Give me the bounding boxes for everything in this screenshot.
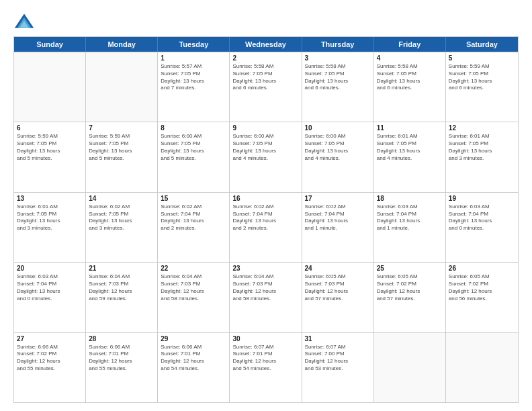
page: SundayMondayTuesdayWednesdayThursdayFrid… bbox=[0, 0, 532, 411]
day-info: Sunrise: 5:58 AM Sunset: 7:05 PM Dayligh… bbox=[232, 63, 298, 92]
calendar-cell-day-21: 21Sunrise: 6:04 AM Sunset: 7:03 PM Dayli… bbox=[86, 263, 158, 332]
day-info: Sunrise: 6:05 AM Sunset: 7:03 PM Dayligh… bbox=[305, 273, 371, 302]
calendar-cell-day-18: 18Sunrise: 6:03 AM Sunset: 7:04 PM Dayli… bbox=[374, 193, 446, 262]
day-info: Sunrise: 6:03 AM Sunset: 7:04 PM Dayligh… bbox=[377, 203, 443, 232]
calendar-row-3: 13Sunrise: 6:01 AM Sunset: 7:05 PM Dayli… bbox=[14, 192, 518, 262]
day-number: 16 bbox=[232, 195, 298, 202]
calendar: SundayMondayTuesdayWednesdayThursdayFrid… bbox=[13, 36, 519, 403]
day-number: 4 bbox=[377, 54, 443, 62]
day-info: Sunrise: 6:03 AM Sunset: 7:04 PM Dayligh… bbox=[17, 273, 83, 302]
calendar-cell-day-30: 30Sunrise: 6:07 AM Sunset: 7:01 PM Dayli… bbox=[230, 333, 302, 402]
day-info: Sunrise: 5:59 AM Sunset: 7:05 PM Dayligh… bbox=[89, 133, 154, 162]
calendar-cell-day-20: 20Sunrise: 6:03 AM Sunset: 7:04 PM Dayli… bbox=[14, 263, 86, 332]
day-info: Sunrise: 6:00 AM Sunset: 7:05 PM Dayligh… bbox=[161, 133, 226, 162]
day-number: 13 bbox=[17, 195, 83, 202]
day-info: Sunrise: 6:06 AM Sunset: 7:01 PM Dayligh… bbox=[161, 344, 226, 373]
calendar-cell-day-26: 26Sunrise: 6:05 AM Sunset: 7:02 PM Dayli… bbox=[446, 263, 518, 332]
calendar-cell-day-25: 25Sunrise: 6:05 AM Sunset: 7:02 PM Dayli… bbox=[374, 263, 446, 332]
weekday-header-saturday: Saturday bbox=[446, 37, 518, 52]
day-number: 25 bbox=[377, 265, 443, 272]
calendar-cell-day-5: 5Sunrise: 5:59 AM Sunset: 7:05 PM Daylig… bbox=[446, 52, 518, 122]
header bbox=[13, 12, 519, 31]
day-number: 31 bbox=[305, 335, 371, 342]
weekday-header-friday: Friday bbox=[374, 37, 446, 52]
day-info: Sunrise: 6:05 AM Sunset: 7:02 PM Dayligh… bbox=[449, 273, 515, 302]
day-number: 26 bbox=[449, 265, 515, 272]
calendar-row-2: 6Sunrise: 5:59 AM Sunset: 7:05 PM Daylig… bbox=[14, 122, 518, 191]
day-info: Sunrise: 6:04 AM Sunset: 7:03 PM Dayligh… bbox=[89, 273, 154, 302]
day-number: 1 bbox=[161, 54, 226, 62]
day-info: Sunrise: 6:04 AM Sunset: 7:03 PM Dayligh… bbox=[232, 273, 298, 302]
day-info: Sunrise: 5:58 AM Sunset: 7:05 PM Dayligh… bbox=[377, 63, 443, 92]
calendar-cell-day-15: 15Sunrise: 6:02 AM Sunset: 7:04 PM Dayli… bbox=[158, 193, 230, 262]
calendar-cell-day-17: 17Sunrise: 6:02 AM Sunset: 7:04 PM Dayli… bbox=[302, 193, 374, 262]
logo bbox=[13, 12, 38, 31]
calendar-cell-empty bbox=[446, 333, 518, 402]
day-number: 27 bbox=[17, 335, 83, 342]
weekday-header-sunday: Sunday bbox=[14, 37, 86, 52]
day-info: Sunrise: 6:05 AM Sunset: 7:02 PM Dayligh… bbox=[377, 273, 443, 302]
calendar-cell-day-29: 29Sunrise: 6:06 AM Sunset: 7:01 PM Dayli… bbox=[158, 333, 230, 402]
day-number: 29 bbox=[161, 335, 226, 342]
calendar-cell-day-14: 14Sunrise: 6:02 AM Sunset: 7:05 PM Dayli… bbox=[86, 193, 158, 262]
day-number: 9 bbox=[232, 124, 298, 132]
calendar-cell-day-8: 8Sunrise: 6:00 AM Sunset: 7:05 PM Daylig… bbox=[158, 122, 230, 191]
calendar-cell-day-16: 16Sunrise: 6:02 AM Sunset: 7:04 PM Dayli… bbox=[230, 193, 302, 262]
weekday-header-tuesday: Tuesday bbox=[158, 37, 230, 52]
calendar-cell-day-11: 11Sunrise: 6:01 AM Sunset: 7:05 PM Dayli… bbox=[374, 122, 446, 191]
calendar-cell-day-2: 2Sunrise: 5:58 AM Sunset: 7:05 PM Daylig… bbox=[230, 52, 302, 122]
day-info: Sunrise: 6:04 AM Sunset: 7:03 PM Dayligh… bbox=[161, 273, 226, 302]
day-number: 10 bbox=[305, 124, 371, 132]
day-number: 24 bbox=[305, 265, 371, 272]
day-info: Sunrise: 5:57 AM Sunset: 7:05 PM Dayligh… bbox=[161, 63, 226, 92]
weekday-header-monday: Monday bbox=[86, 37, 158, 52]
day-info: Sunrise: 5:58 AM Sunset: 7:05 PM Dayligh… bbox=[305, 63, 371, 92]
day-info: Sunrise: 6:02 AM Sunset: 7:05 PM Dayligh… bbox=[89, 203, 154, 232]
day-info: Sunrise: 6:02 AM Sunset: 7:04 PM Dayligh… bbox=[161, 203, 226, 232]
calendar-row-1: 1Sunrise: 5:57 AM Sunset: 7:05 PM Daylig… bbox=[14, 52, 518, 122]
day-number: 12 bbox=[449, 124, 515, 132]
day-info: Sunrise: 6:02 AM Sunset: 7:04 PM Dayligh… bbox=[232, 203, 298, 232]
day-number: 20 bbox=[17, 265, 83, 272]
calendar-cell-empty bbox=[14, 52, 86, 122]
day-info: Sunrise: 5:59 AM Sunset: 7:05 PM Dayligh… bbox=[449, 63, 515, 92]
day-number: 2 bbox=[232, 54, 298, 62]
calendar-cell-day-3: 3Sunrise: 5:58 AM Sunset: 7:05 PM Daylig… bbox=[302, 52, 374, 122]
calendar-cell-day-13: 13Sunrise: 6:01 AM Sunset: 7:05 PM Dayli… bbox=[14, 193, 86, 262]
day-number: 6 bbox=[17, 124, 83, 132]
calendar-header: SundayMondayTuesdayWednesdayThursdayFrid… bbox=[14, 37, 518, 52]
day-number: 3 bbox=[305, 54, 371, 62]
day-info: Sunrise: 6:01 AM Sunset: 7:05 PM Dayligh… bbox=[17, 203, 83, 232]
calendar-cell-day-19: 19Sunrise: 6:03 AM Sunset: 7:04 PM Dayli… bbox=[446, 193, 518, 262]
day-info: Sunrise: 6:01 AM Sunset: 7:05 PM Dayligh… bbox=[449, 133, 515, 162]
day-number: 14 bbox=[89, 195, 154, 202]
day-info: Sunrise: 6:06 AM Sunset: 7:02 PM Dayligh… bbox=[17, 344, 83, 373]
day-info: Sunrise: 6:00 AM Sunset: 7:05 PM Dayligh… bbox=[305, 133, 371, 162]
day-number: 22 bbox=[161, 265, 226, 272]
day-info: Sunrise: 6:00 AM Sunset: 7:05 PM Dayligh… bbox=[232, 133, 298, 162]
calendar-row-5: 27Sunrise: 6:06 AM Sunset: 7:02 PM Dayli… bbox=[14, 332, 518, 402]
calendar-body: 1Sunrise: 5:57 AM Sunset: 7:05 PM Daylig… bbox=[14, 52, 518, 402]
weekday-header-thursday: Thursday bbox=[302, 37, 374, 52]
day-info: Sunrise: 6:06 AM Sunset: 7:01 PM Dayligh… bbox=[89, 344, 154, 373]
day-info: Sunrise: 6:01 AM Sunset: 7:05 PM Dayligh… bbox=[377, 133, 443, 162]
day-number: 11 bbox=[377, 124, 443, 132]
calendar-row-4: 20Sunrise: 6:03 AM Sunset: 7:04 PM Dayli… bbox=[14, 262, 518, 332]
calendar-cell-day-24: 24Sunrise: 6:05 AM Sunset: 7:03 PM Dayli… bbox=[302, 263, 374, 332]
calendar-cell-day-1: 1Sunrise: 5:57 AM Sunset: 7:05 PM Daylig… bbox=[158, 52, 230, 122]
calendar-cell-day-4: 4Sunrise: 5:58 AM Sunset: 7:05 PM Daylig… bbox=[374, 52, 446, 122]
weekday-header-wednesday: Wednesday bbox=[230, 37, 302, 52]
calendar-cell-empty bbox=[86, 52, 158, 122]
day-number: 30 bbox=[232, 335, 298, 342]
day-number: 15 bbox=[161, 195, 226, 202]
day-info: Sunrise: 6:02 AM Sunset: 7:04 PM Dayligh… bbox=[305, 203, 371, 232]
day-info: Sunrise: 6:07 AM Sunset: 7:00 PM Dayligh… bbox=[305, 344, 371, 373]
calendar-cell-day-9: 9Sunrise: 6:00 AM Sunset: 7:05 PM Daylig… bbox=[230, 122, 302, 191]
calendar-cell-day-27: 27Sunrise: 6:06 AM Sunset: 7:02 PM Dayli… bbox=[14, 333, 86, 402]
calendar-cell-day-31: 31Sunrise: 6:07 AM Sunset: 7:00 PM Dayli… bbox=[302, 333, 374, 402]
day-number: 8 bbox=[161, 124, 226, 132]
calendar-cell-empty bbox=[374, 333, 446, 402]
day-number: 7 bbox=[89, 124, 154, 132]
day-info: Sunrise: 6:07 AM Sunset: 7:01 PM Dayligh… bbox=[232, 344, 298, 373]
logo-icon bbox=[13, 12, 35, 31]
